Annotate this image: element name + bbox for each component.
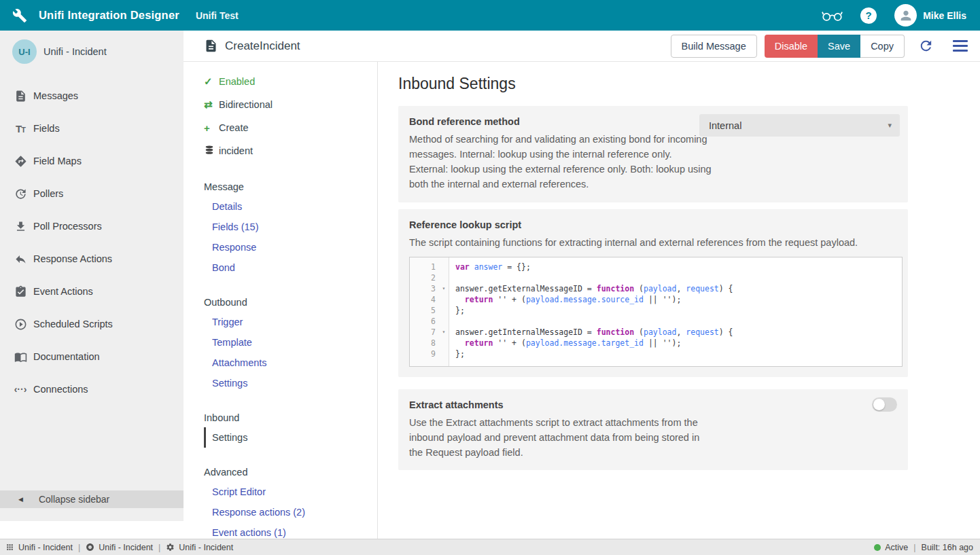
status-enabled[interactable]: ✓ Enabled	[204, 70, 377, 93]
statusbar-item-gear[interactable]: Unifi - Incident	[166, 543, 233, 552]
reference-script-label: Reference lookup script	[409, 219, 897, 230]
extract-attachments-description: Use the Extract attachments script to ex…	[409, 415, 712, 460]
integration-avatar: U-I	[12, 39, 37, 64]
extract-attachments-card: Extract attachments Use the Extract atta…	[398, 389, 908, 470]
active-status-label: Active	[885, 543, 908, 552]
disable-button[interactable]: Disable	[765, 35, 818, 58]
sidebar-item-label: Pollers	[33, 188, 63, 199]
sidebar-item-label: Documentation	[33, 351, 100, 362]
button-group: Disable Save Copy	[765, 35, 905, 58]
bond-reference-value: Internal	[709, 120, 741, 131]
statusbar-right: Active | Built: 16h ago	[874, 543, 973, 552]
nav-item-trigger[interactable]: Trigger	[204, 312, 377, 332]
statusbar-item-label: Unifi - Incident	[179, 543, 233, 552]
app-title: Unifi Integration Designer	[39, 9, 179, 22]
menu-icon[interactable]	[953, 40, 968, 52]
message-title: CreateIncident	[204, 39, 300, 53]
sidebar: U-I Unifi - Incident Messages TT Fields …	[0, 31, 183, 521]
bond-reference-description: Method of searching for and validating a…	[409, 132, 712, 192]
integration-header[interactable]: U-I Unifi - Incident	[0, 31, 183, 73]
check-icon: ✓	[204, 75, 219, 88]
nav-item-details[interactable]: Details	[204, 196, 377, 217]
statusbar-item-grid[interactable]: Unifi - Incident	[5, 543, 73, 552]
glasses-icon[interactable]	[822, 9, 843, 22]
environment-label[interactable]: Unifi Test	[196, 10, 239, 21]
sidebar-item-label: Poll Processors	[33, 221, 102, 232]
angle-brackets-icon: ‹··›	[14, 382, 27, 396]
bond-reference-select[interactable]: Internal ▾	[699, 114, 900, 137]
nav-item-inbound-settings[interactable]: Settings	[204, 427, 377, 448]
user-avatar[interactable]	[894, 4, 917, 26]
code-lines: var answer = {};answer.getExternalMessag…	[449, 257, 902, 366]
sidebar-item-documentation[interactable]: Documentation	[0, 340, 183, 373]
refresh-icon[interactable]	[918, 38, 934, 54]
sidebar-item-connections[interactable]: ‹··› Connections	[0, 373, 183, 406]
user-name[interactable]: Mike Ellis	[923, 10, 966, 21]
extract-attachments-label: Extract attachments	[409, 399, 897, 410]
sidebar-item-label: Messages	[33, 90, 78, 101]
nav-item-response-actions[interactable]: Response actions (2)	[204, 502, 377, 522]
sidebar-item-label: Connections	[33, 384, 88, 395]
nav-section-advanced: Advanced	[204, 463, 377, 482]
toggle-knob	[873, 399, 885, 410]
open-book-icon	[14, 350, 27, 363]
sidebar-item-poll-processors[interactable]: Poll Processors	[0, 210, 183, 243]
text-fields-icon: TT	[14, 122, 27, 135]
active-status-dot	[874, 544, 881, 551]
save-button[interactable]: Save	[818, 35, 860, 58]
built-label: Built: 16h ago	[922, 543, 973, 552]
separator: |	[78, 543, 80, 552]
sidebar-item-field-maps[interactable]: Field Maps	[0, 145, 183, 177]
collapse-sidebar-button[interactable]: ◀ Collapse sidebar	[0, 490, 183, 508]
copy-button[interactable]: Copy	[860, 35, 905, 58]
reference-lookup-script-card: Reference lookup script The script conta…	[398, 209, 908, 377]
nav-section-outbound: Outbound	[204, 293, 377, 312]
reference-script-description: The script containing functions for extr…	[409, 235, 897, 250]
statusbar-item-label: Unifi - Incident	[18, 543, 73, 552]
help-icon[interactable]: ?	[860, 7, 877, 24]
chevron-down-icon: ▾	[888, 121, 892, 130]
status-create[interactable]: + Create	[204, 116, 377, 139]
message-title-text: CreateIncident	[225, 39, 300, 53]
status-label: Enabled	[219, 76, 255, 87]
extract-attachments-toggle[interactable]	[872, 397, 897, 412]
status-incident-table[interactable]: incident	[204, 139, 377, 162]
bond-reference-card: Bond reference method Method of searchin…	[398, 106, 908, 202]
code-editor[interactable]: 123▾4567▾89 var answer = {};answer.getEx…	[409, 257, 903, 367]
build-message-button[interactable]: Build Message	[671, 35, 757, 58]
nav-item-bond[interactable]: Bond	[204, 257, 377, 278]
nav-item-attachments[interactable]: Attachments	[204, 353, 377, 373]
sidebar-item-scheduled-scripts[interactable]: Scheduled Scripts	[0, 308, 183, 340]
nav-item-fields[interactable]: Fields (15)	[204, 217, 377, 237]
status-bidirectional[interactable]: ⇄ Bidirectional	[204, 93, 377, 116]
separator: |	[913, 543, 915, 552]
separator: |	[158, 543, 160, 552]
database-icon	[204, 145, 219, 158]
message-subnav: ✓ Enabled ⇄ Bidirectional + Create incid…	[183, 62, 378, 539]
history-clock-icon	[14, 187, 27, 200]
nav-section-inbound: Inbound	[204, 408, 377, 427]
gear-icon	[166, 543, 175, 552]
statusbar-item-disc[interactable]: Unifi - Incident	[86, 543, 153, 552]
topbar: Unifi Integration Designer Unifi Test ? …	[0, 0, 980, 31]
nav-item-script-editor[interactable]: Script Editor	[204, 482, 377, 502]
nav-item-response[interactable]: Response	[204, 237, 377, 257]
message-document-icon	[204, 39, 218, 53]
sidebar-item-fields[interactable]: TT Fields	[0, 112, 183, 145]
nav-item-outbound-settings[interactable]: Settings	[204, 373, 377, 393]
statusbar-item-label: Unifi - Incident	[99, 543, 153, 552]
sidebar-menu: Messages TT Fields Field Maps Pollers Po…	[0, 73, 183, 406]
sidebar-item-pollers[interactable]: Pollers	[0, 177, 183, 210]
sidebar-item-event-actions[interactable]: Event Actions	[0, 275, 183, 308]
sidebar-item-messages[interactable]: Messages	[0, 79, 183, 112]
sidebar-item-label: Field Maps	[33, 156, 82, 166]
code-gutter: 123▾4567▾89	[410, 257, 449, 366]
header-actions: Build Message Disable Save Copy	[671, 35, 968, 58]
collapse-arrow-icon: ◀	[18, 496, 23, 503]
sidebar-item-response-actions[interactable]: Response Actions	[0, 243, 183, 275]
message-header: CreateIncident Build Message Disable Sav…	[183, 31, 980, 62]
status-label: Bidirectional	[219, 99, 273, 110]
nav-section-message: Message	[204, 177, 377, 196]
nav-item-template[interactable]: Template	[204, 332, 377, 353]
clipboard-check-icon	[14, 285, 27, 298]
